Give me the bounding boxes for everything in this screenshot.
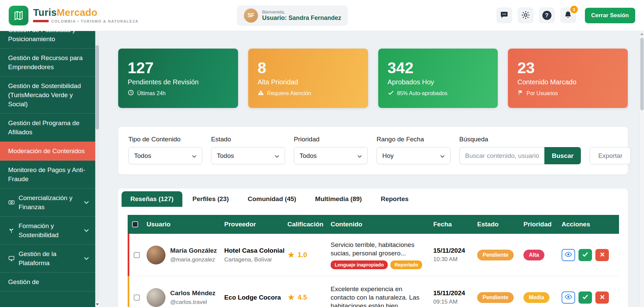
filters-bar: Tipo de Contenido Todos Estado Todos Pri… [118, 127, 628, 174]
sidebar-item-moderacion[interactable]: Moderación de Contenidos [0, 142, 95, 161]
row-checkbox[interactable] [134, 295, 140, 301]
brand-accent-bar [33, 20, 49, 22]
date-range-select[interactable]: Hoy [377, 147, 450, 164]
sidebar-item-afiliados[interactable]: Gestión del Programa de Afiliados [0, 114, 95, 142]
filter-label: Estado [211, 136, 285, 143]
sidebar: Gestión de Publicidad y Posicionamiento … [0, 31, 99, 307]
content-type-select[interactable]: Todos [128, 147, 202, 164]
notifications-button[interactable]: 3 [560, 7, 576, 23]
warning-icon [258, 89, 264, 97]
stat-card-alta-prioridad: 8 Alta Prioridad Requiere Atención [248, 49, 368, 108]
tab-multimedia[interactable]: Multimedia (89) [306, 191, 370, 207]
user-handle: @maria.gonzalez [170, 256, 217, 263]
provider-cell: Hotel Casa Colonial Cartagena, Bolívar [224, 247, 287, 263]
sidebar-item-pagos[interactable]: Monitoreo de Pagos y Anti-Fraude [0, 161, 95, 189]
filter-search: Búsqueda Buscar [459, 136, 581, 164]
filter-label: Tipo de Contenido [128, 136, 202, 143]
gear-icon [521, 10, 530, 21]
actions-cell [562, 291, 619, 304]
filter-content-type: Tipo de Contenido Todos [128, 136, 202, 164]
chevron-down-icon [84, 229, 89, 232]
monitor-icon [8, 255, 15, 262]
date-cell: 15/11/2024 10:30 AM [433, 247, 477, 263]
reject-button[interactable] [595, 249, 609, 261]
user-avatar-photo [147, 288, 165, 307]
check-icon [582, 252, 588, 258]
sidebar-scrollbar-thumb[interactable] [96, 45, 99, 130]
priority-badge: Media [523, 292, 549, 303]
approve-button[interactable] [578, 249, 592, 261]
sidebar-item-formacion[interactable]: Formación y Sostenibilidad [0, 217, 95, 245]
sidebar-item-comercializacion[interactable]: Comercialización y Finanzas [0, 189, 95, 217]
search-input[interactable] [459, 147, 544, 164]
status-badge: Pendiente [477, 292, 514, 303]
close-icon [600, 252, 605, 258]
sidebar-item-gestion[interactable]: Gestión de [0, 273, 95, 291]
date-cell: 15/11/2024 09:15 AM [433, 289, 477, 305]
help-button[interactable]: ? [539, 7, 555, 23]
view-button[interactable] [562, 291, 575, 304]
column-header-acciones: Acciones [562, 221, 619, 228]
money-icon [8, 199, 15, 206]
stat-label: Contenido Marcado [517, 78, 618, 86]
sidebar-nav: Gestión de Publicidad y Posicionamiento … [0, 31, 95, 291]
column-header-proveedor: Proveedor [224, 221, 287, 228]
page-scrollbar-thumb[interactable] [640, 38, 644, 110]
sidebar-item-label: Gestión de la Plataforma [19, 249, 80, 268]
view-button[interactable] [562, 249, 575, 261]
tab-resenas[interactable]: Reseñas (127) [122, 191, 182, 207]
chevron-down-icon [84, 201, 89, 204]
chevron-down-icon [84, 257, 89, 260]
filter-priority: Prioridad Todos [294, 136, 368, 164]
sidebar-scrollbar[interactable] [95, 31, 99, 307]
rating-cell: ★ 4.5 [287, 293, 331, 302]
chevron-down-icon [357, 152, 362, 160]
reject-button[interactable] [595, 291, 609, 304]
logout-button[interactable]: Cerrar Sesión [585, 8, 636, 23]
settings-button[interactable] [518, 7, 534, 23]
flag-icon [517, 89, 523, 97]
sidebar-item-label: Gestión del Programa de Afiliados [8, 118, 89, 137]
user-name: María González [170, 247, 217, 255]
stat-value: 342 [388, 59, 489, 77]
main-content: 127 Pendientes de Revisión Últimas 24h 8… [99, 31, 639, 307]
stat-value: 8 [258, 59, 359, 77]
priority-select[interactable]: Todos [294, 147, 368, 164]
star-icon: ★ [287, 293, 295, 302]
provider-location: Cartagena, Bolívar [224, 256, 287, 263]
arrow-down-icon [96, 303, 99, 306]
sidebar-item-recursos[interactable]: Gestión de Recursos para Emprendedores [0, 49, 95, 77]
scroll-up-button[interactable] [640, 31, 644, 36]
table-header-row: Usuario Proveedor Calificación Contenido… [128, 215, 619, 234]
review-date: 15/11/2024 [433, 247, 477, 254]
user-cell: Carlos Méndez @carlos.travel [147, 288, 224, 307]
reviews-table: Usuario Proveedor Calificación Contenido… [128, 215, 619, 307]
sidebar-item-sostenibilidad[interactable]: Gestión de Sostenibilidad (TurisMercado … [0, 77, 95, 114]
select-all-checkbox[interactable] [132, 221, 138, 227]
sidebar-item-publicidad[interactable]: Gestión de Publicidad y Posicionamiento [0, 31, 95, 49]
plant-icon [8, 227, 15, 234]
chat-button[interactable] [496, 7, 512, 23]
provider-cell: Eco Lodge Cocora [224, 294, 287, 302]
tabs: Reseñas (127) Perfiles (23) Comunidad (4… [122, 191, 624, 207]
tab-reportes[interactable]: Reportes [372, 191, 417, 207]
tab-perfiles[interactable]: Perfiles (23) [184, 191, 238, 207]
tab-comunidad[interactable]: Comunidad (45) [239, 191, 305, 207]
bell-icon [564, 11, 572, 20]
row-checkbox[interactable] [134, 252, 140, 258]
search-button[interactable]: Buscar [544, 147, 581, 164]
table-row: María González @maria.gonzalez Hotel Cas… [128, 234, 619, 276]
approve-button[interactable] [578, 291, 592, 304]
user-cell: María González @maria.gonzalez [147, 246, 224, 264]
export-button[interactable]: Exportar [590, 147, 631, 164]
user-avatar-photo [147, 246, 165, 264]
welcome-username: Usuario: Sandra Fernandez [262, 15, 341, 22]
chevron-down-icon [192, 152, 197, 160]
status-select[interactable]: Todos [211, 147, 285, 164]
sidebar-scroll-down-button[interactable] [95, 302, 99, 307]
page-scrollbar[interactable] [639, 31, 644, 307]
brand-title: TurisMercado [33, 7, 138, 18]
brand-logo-icon [9, 6, 28, 25]
sidebar-item-plataforma[interactable]: Gestión de la Plataforma [0, 245, 95, 273]
select-value: Hoy [382, 152, 394, 160]
